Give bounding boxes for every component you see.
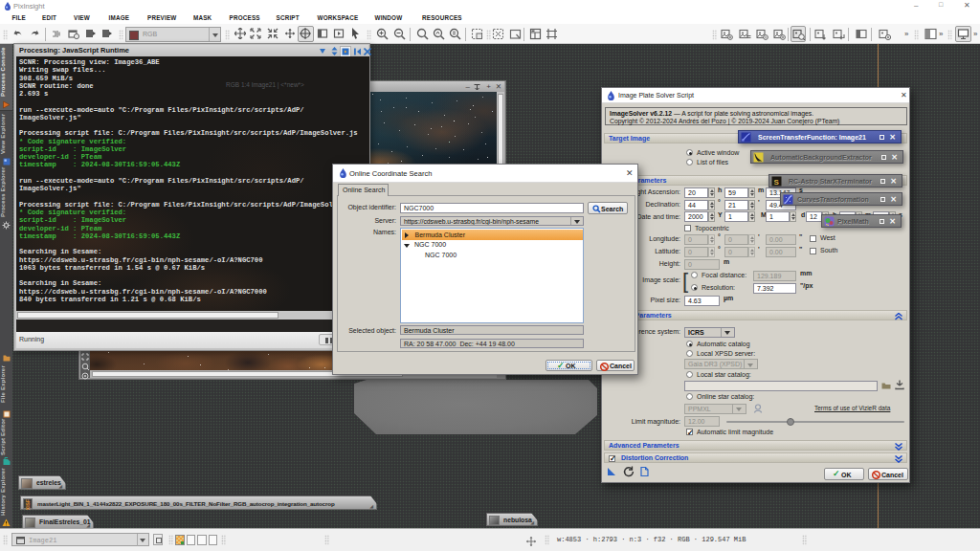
svg-text:S: S	[774, 178, 780, 187]
